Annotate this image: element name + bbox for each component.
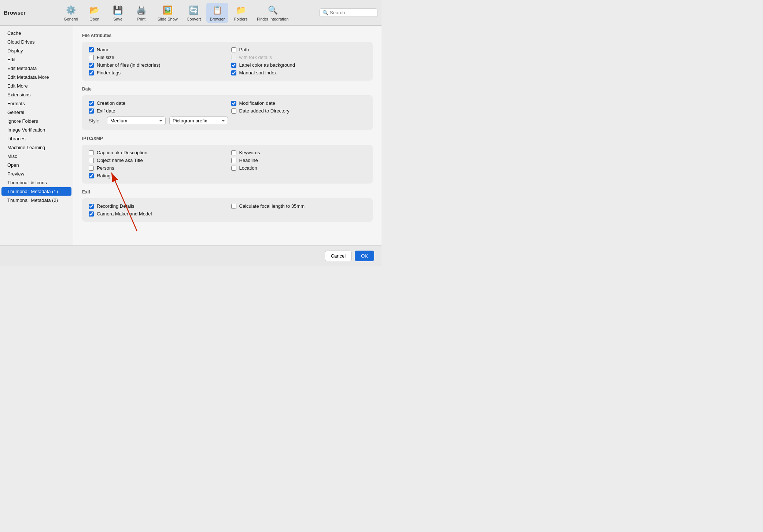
slideshow-label: Slide Show bbox=[158, 17, 178, 21]
checkbox-modification-date[interactable] bbox=[231, 101, 236, 106]
browser-icon: 📋 bbox=[211, 4, 223, 16]
checkbox-date-added[interactable] bbox=[231, 108, 236, 114]
toolbar-item-convert[interactable]: 🔄 Convert bbox=[183, 3, 205, 23]
sidebar-item-thumbnail-metadata-2[interactable]: Thumbnail Metadata (2) bbox=[1, 196, 71, 204]
checkbox-label-keywords: Keywords bbox=[239, 150, 260, 155]
ok-button[interactable]: OK bbox=[355, 251, 374, 261]
slideshow-icon: 🖼️ bbox=[162, 4, 173, 16]
sidebar-item-edit-metadata-more[interactable]: Edit Metadata More bbox=[1, 73, 71, 81]
toolbar-item-open[interactable]: 📂 Open bbox=[84, 3, 106, 23]
sidebar-item-ignore-folders[interactable]: Ignore Folders bbox=[1, 117, 71, 125]
checkbox-label-color[interactable] bbox=[231, 63, 236, 68]
checkbox-row-file-size: File size bbox=[89, 55, 224, 60]
annotation-arrow-svg bbox=[93, 162, 174, 235]
dialog-buttons: Cancel OK bbox=[325, 251, 374, 261]
toolbar-item-finder[interactable]: 🔍 Finder Integration bbox=[253, 3, 292, 23]
checkbox-fork-details[interactable] bbox=[231, 55, 236, 60]
checkbox-manual-sort[interactable] bbox=[231, 70, 236, 75]
general-icon: ⚙️ bbox=[65, 4, 77, 16]
file-attributes-box: NamePathFile sizewith fork detailsNumber… bbox=[82, 42, 373, 81]
checkbox-exif-date[interactable] bbox=[89, 108, 94, 114]
search-icon: 🔍 bbox=[322, 10, 328, 15]
pictogram-select[interactable]: Pictogram prefix No prefix Text prefix bbox=[169, 117, 228, 125]
sidebar-item-machine-learning[interactable]: Machine Learning bbox=[1, 143, 71, 152]
folders-label: Folders bbox=[234, 17, 248, 21]
checkbox-path[interactable] bbox=[231, 47, 236, 52]
file-attributes-title: File Attributes bbox=[82, 33, 373, 38]
sidebar-item-cache[interactable]: Cache bbox=[1, 29, 71, 37]
style-row: Style: Medium Short Long Full Pictog bbox=[89, 117, 366, 125]
date-section: Date Creation dateModification dateExif … bbox=[82, 86, 373, 130]
sidebar-item-open[interactable]: Open bbox=[1, 161, 71, 169]
sidebar-item-edit-more[interactable]: Edit More bbox=[1, 82, 71, 90]
checkbox-row-location: Location bbox=[231, 165, 366, 171]
date-title: Date bbox=[82, 86, 373, 92]
cancel-button[interactable]: Cancel bbox=[325, 251, 352, 261]
checkbox-caption[interactable] bbox=[89, 150, 94, 155]
sidebar-item-preview[interactable]: Preview bbox=[1, 170, 71, 178]
checkbox-row-focal-length: Calculate focal length to 35mm bbox=[231, 203, 366, 209]
content-wrapper: File Attributes NamePathFile sizewith fo… bbox=[82, 33, 373, 245]
style-select-wrapper[interactable]: Medium Short Long Full bbox=[107, 117, 166, 125]
iptc-title: IPTC/XMP bbox=[82, 136, 373, 141]
checkbox-row-path: Path bbox=[231, 47, 366, 52]
sidebar-item-misc[interactable]: Misc bbox=[1, 152, 71, 160]
sidebar-item-cloud-drives[interactable]: Cloud Drives bbox=[1, 38, 71, 46]
titlebar: Browser ⚙️ General 📂 Open 💾 Save 🖨️ Prin… bbox=[0, 0, 382, 26]
open-label: Open bbox=[89, 17, 99, 21]
convert-icon: 🔄 bbox=[188, 4, 200, 16]
print-label: Print bbox=[137, 17, 145, 21]
toolbar-item-slideshow[interactable]: 🖼️ Slide Show bbox=[154, 3, 181, 23]
sidebar-item-display[interactable]: Display bbox=[1, 47, 71, 55]
checkbox-label-modification-date: Modification date bbox=[239, 100, 275, 106]
open-icon: 📂 bbox=[89, 4, 100, 16]
finder-label: Finder Integration bbox=[257, 17, 288, 21]
search-input[interactable] bbox=[330, 10, 374, 15]
checkbox-label-date-added: Date added to Directory bbox=[239, 108, 290, 114]
sidebar: CacheCloud DrivesDisplayEditEdit Metadat… bbox=[0, 26, 73, 245]
checkbox-row-modification-date: Modification date bbox=[231, 100, 366, 106]
file-attributes-grid: NamePathFile sizewith fork detailsNumber… bbox=[89, 47, 366, 75]
checkbox-location[interactable] bbox=[231, 166, 236, 171]
sidebar-item-edit-metadata[interactable]: Edit Metadata bbox=[1, 64, 71, 73]
content-area: File Attributes NamePathFile sizewith fo… bbox=[73, 26, 382, 245]
checkbox-label-focal-length: Calculate focal length to 35mm bbox=[239, 203, 305, 209]
search-bar[interactable]: 🔍 bbox=[319, 8, 378, 17]
folders-icon: 📁 bbox=[235, 4, 247, 16]
checkbox-label-label-color: Label color as background bbox=[239, 62, 295, 68]
checkbox-row-creation-date: Creation date bbox=[89, 100, 224, 106]
checkbox-label-name: Name bbox=[97, 47, 110, 52]
style-select[interactable]: Medium Short Long Full bbox=[107, 117, 166, 125]
browser-label: Browser bbox=[210, 17, 225, 21]
sidebar-item-thumbnail-icons[interactable]: Thumbnail & Icons bbox=[1, 178, 71, 187]
checkbox-creation-date[interactable] bbox=[89, 101, 94, 106]
checkbox-label-file-size: File size bbox=[97, 55, 114, 60]
style-label: Style: bbox=[89, 118, 103, 123]
app-title: Browser bbox=[4, 10, 33, 16]
toolbar: ⚙️ General 📂 Open 💾 Save 🖨️ Print 🖼️ Sli… bbox=[33, 3, 319, 23]
convert-label: Convert bbox=[187, 17, 201, 21]
sidebar-item-libraries[interactable]: Libraries bbox=[1, 134, 71, 143]
date-grid: Creation dateModification dateExif dateD… bbox=[89, 100, 366, 114]
sidebar-item-edit[interactable]: Edit bbox=[1, 55, 71, 64]
toolbar-item-print[interactable]: 🖨️ Print bbox=[130, 3, 152, 23]
toolbar-item-save[interactable]: 💾 Save bbox=[107, 3, 129, 23]
checkbox-keywords[interactable] bbox=[231, 150, 236, 155]
checkbox-file-size[interactable] bbox=[89, 55, 94, 60]
sidebar-item-image-verification[interactable]: Image Verification bbox=[1, 126, 71, 134]
checkbox-name[interactable] bbox=[89, 47, 94, 52]
checkbox-headline[interactable] bbox=[231, 158, 236, 163]
checkbox-row-num-files: Number of files (in directories) bbox=[89, 62, 224, 68]
toolbar-item-general[interactable]: ⚙️ General bbox=[60, 3, 82, 23]
sidebar-item-thumbnail-metadata-1[interactable]: Thumbnail Metadata (1) bbox=[1, 187, 71, 196]
checkbox-num-files[interactable] bbox=[89, 63, 94, 68]
toolbar-item-folders[interactable]: 📁 Folders bbox=[230, 3, 252, 23]
checkbox-focal-length[interactable] bbox=[231, 204, 236, 209]
pictogram-select-wrapper[interactable]: Pictogram prefix No prefix Text prefix bbox=[169, 117, 228, 125]
sidebar-item-extensions[interactable]: Extensions bbox=[1, 90, 71, 99]
checkbox-label-num-files: Number of files (in directories) bbox=[97, 62, 160, 68]
toolbar-item-browser[interactable]: 📋 Browser bbox=[206, 3, 228, 23]
checkbox-finder-tags[interactable] bbox=[89, 70, 94, 75]
sidebar-item-general[interactable]: General bbox=[1, 108, 71, 117]
sidebar-item-formats[interactable]: Formats bbox=[1, 99, 71, 108]
